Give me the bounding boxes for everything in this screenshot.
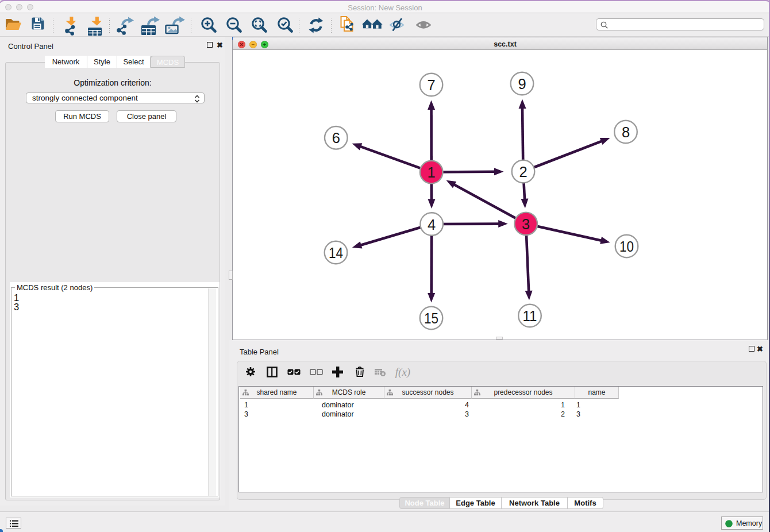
svg-text:15: 15 [424,310,438,326]
svg-text:4: 4 [428,217,436,233]
svg-text:7: 7 [427,77,435,93]
svg-text:1: 1 [428,164,436,180]
svg-text:8: 8 [622,124,630,140]
svg-text:6: 6 [332,130,340,146]
svg-text:3: 3 [522,216,530,232]
svg-text:11: 11 [523,308,537,324]
svg-text:10: 10 [619,238,634,255]
svg-text:9: 9 [518,76,526,92]
svg-text:2: 2 [519,164,527,180]
svg-text:14: 14 [329,245,343,261]
